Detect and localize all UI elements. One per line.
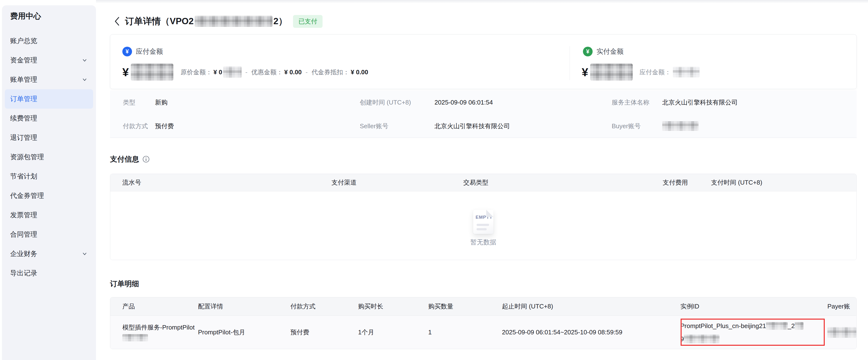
product-cell: 模型插件服务-PromptPilot [122, 323, 198, 341]
sidebar-item-export-records[interactable]: 导出记录 [5, 264, 93, 283]
order-detail-main: 订单详情（VPO2 2） 已支付 ¥ 应付金额 ¥ 原价金额： ¥ 0 - 优惠… [96, 0, 868, 360]
empty-document-icon: EMPTY [473, 210, 494, 234]
yen-circle-blue-icon: ¥ [122, 47, 132, 56]
instance-id-redacted-block [684, 335, 719, 343]
chevron-down-icon [82, 77, 88, 83]
billing-sidebar: 费用中心 账户总览 资金管理 账单管理 订单管理 续费管理 退订管理 资源包管理… [2, 5, 96, 360]
product-redacted-block [122, 334, 148, 341]
payable-currency-symbol: ¥ [122, 66, 129, 79]
info-label: Seller账号 [360, 122, 434, 130]
info-value: 新购 [155, 98, 167, 107]
instance-id-redacted-block [766, 322, 788, 330]
chevron-down-icon [82, 251, 88, 257]
paid-amount-header: ¥ 实付金额 [583, 47, 624, 56]
column-header: 购买数量 [428, 302, 502, 311]
column-header: 支付渠道 [332, 178, 463, 187]
period-cell: 2025-09-09 06:01:54~2025-10-09 08:59:59 [502, 329, 680, 336]
payable-amount-row: ¥ 原价金额： ¥ 0 - 优惠金额： ¥ 0.00 - 代金券抵扣： ¥ 0.… [122, 64, 368, 81]
page-title: 订单详情（VPO2 2） [125, 15, 287, 27]
paid-amount-label: 实付金额 [596, 47, 624, 56]
order-details-row: 模型插件服务-PromptPilot PromptPilot-包月 预付费 1个… [110, 316, 857, 349]
sidebar-item-savings-plan[interactable]: 节省计划 [5, 167, 93, 186]
column-header: 起止时间 (UTC+8) [502, 302, 680, 311]
back-button[interactable] [114, 16, 120, 27]
info-label: 付款方式 [123, 122, 155, 130]
info-label: 服务主体名称 [612, 98, 662, 107]
empty-state-text: 暂无数据 [470, 238, 496, 246]
sidebar-item-funds-management[interactable]: 资金管理 [5, 51, 93, 70]
paid-currency-symbol: ¥ [582, 66, 588, 79]
instance-id-cell: PromptPilot_Plus_cn-beijing21 _2 9 [680, 321, 827, 344]
payment-table-header: 流水号 支付渠道 交易类型 支付费用 支付时间 (UTC+8) [110, 174, 857, 191]
payment-table-body: EMPTY 暂无数据 [110, 191, 857, 260]
column-header: 支付费用 [663, 178, 711, 187]
column-header: 支付时间 (UTC+8) [711, 178, 857, 187]
sidebar-nav: 账户总览 资金管理 账单管理 订单管理 续费管理 退订管理 资源包管理 节省计划… [2, 31, 96, 283]
pay-method-cell: 预付费 [290, 328, 358, 336]
info-label: 类型 [123, 98, 155, 107]
sidebar-item-order-management[interactable]: 订单管理 [5, 89, 93, 109]
order-id-redacted-block [195, 16, 273, 27]
order-info-panel: 类型新购 创建时间 (UTC+8)2025-09-09 06:01:54 服务主… [110, 90, 857, 138]
sidebar-item-account-overview[interactable]: 账户总览 [5, 31, 93, 51]
instance-id-redacted-block [795, 322, 803, 330]
info-label: 创建时间 (UTC+8) [360, 98, 434, 107]
sidebar-item-invoice-management[interactable]: 发票管理 [5, 205, 93, 225]
config-cell: PromptPilot-包月 [198, 328, 290, 336]
orig-amount-redacted-block [223, 66, 242, 78]
column-header: 实例ID [680, 302, 827, 311]
info-label: Buyer账号 [612, 122, 662, 130]
payable-amount-label: 应付金额 [136, 47, 163, 56]
status-badge: 已支付 [293, 15, 322, 28]
amount-breakdown: 原价金额： ¥ 0 - 优惠金额： ¥ 0.00 - 代金券抵扣： ¥ 0.00 [181, 66, 368, 78]
sidebar-item-bill-management[interactable]: 账单管理 [5, 70, 93, 89]
top-shadow [96, 0, 868, 3]
payment-info-title: 支付信息 [110, 155, 150, 163]
order-info-row: 付款方式预付费 Seller账号北京火山引擎科技有限公司 Buyer账号 [110, 114, 857, 138]
buyer-account-redacted-block [662, 121, 699, 131]
info-value: 2025-09-09 06:01:54 [434, 99, 493, 106]
sidebar-item-renewal-management[interactable]: 续费管理 [5, 109, 93, 128]
column-header: 配置详情 [198, 302, 290, 311]
sidebar-item-contract-management[interactable]: 合同管理 [5, 225, 93, 244]
order-details-table: 产品 配置详情 付款方式 购买时长 购买数量 起止时间 (UTC+8) 实例ID… [110, 297, 857, 349]
sidebar-item-unsubscribe-management[interactable]: 退订管理 [5, 128, 93, 147]
quantity-cell: 1 [428, 329, 502, 336]
paid-payable-redacted-block [673, 67, 700, 78]
info-value: 预付费 [155, 122, 174, 130]
paid-amount-row: ¥ 应付金额： [582, 64, 700, 81]
amount-summary-card: ¥ 应付金额 ¥ 原价金额： ¥ 0 - 优惠金额： ¥ 0.00 - 代金券抵… [110, 34, 857, 89]
column-header: 付款方式 [290, 302, 358, 311]
sidebar-item-resource-package-management[interactable]: 资源包管理 [5, 147, 93, 167]
duration-cell: 1个月 [358, 328, 428, 336]
order-details-title: 订单明细 [110, 279, 139, 288]
chevron-left-icon [114, 16, 120, 27]
order-info-row: 类型新购 创建时间 (UTC+8)2025-09-09 06:01:54 服务主… [110, 90, 857, 114]
info-value: 北京火山引擎科技有限公司 [434, 122, 510, 130]
paid-payable-sub: 应付金额： [640, 67, 700, 78]
column-header: Payer账 [827, 302, 857, 311]
payable-amount-header: ¥ 应付金额 [122, 47, 163, 56]
info-value: 北京火山引擎科技有限公司 [662, 98, 738, 107]
column-header: 购买时长 [358, 302, 428, 311]
payer-account-redacted-block [827, 327, 857, 338]
empty-state: EMPTY 暂无数据 [470, 210, 496, 246]
payment-table: 流水号 支付渠道 交易类型 支付费用 支付时间 (UTC+8) EMPTY 暂无… [110, 174, 857, 260]
column-header: 产品 [110, 302, 198, 311]
page-header: 订单详情（VPO2 2） 已支付 [114, 12, 322, 30]
column-header: 流水号 [110, 178, 332, 187]
payable-amount-redacted-block [131, 64, 173, 81]
column-header: 交易类型 [463, 178, 663, 187]
sidebar-item-enterprise-finance[interactable]: 企业财务 [5, 244, 93, 264]
yen-circle-green-icon: ¥ [583, 47, 593, 56]
info-icon[interactable] [143, 156, 150, 163]
paid-amount-redacted-block [590, 64, 633, 81]
sidebar-title: 费用中心 [10, 11, 96, 21]
sidebar-item-voucher-management[interactable]: 代金券管理 [5, 186, 93, 205]
order-details-header: 产品 配置详情 付款方式 购买时长 购买数量 起止时间 (UTC+8) 实例ID… [110, 297, 857, 316]
chevron-down-icon [82, 57, 88, 63]
